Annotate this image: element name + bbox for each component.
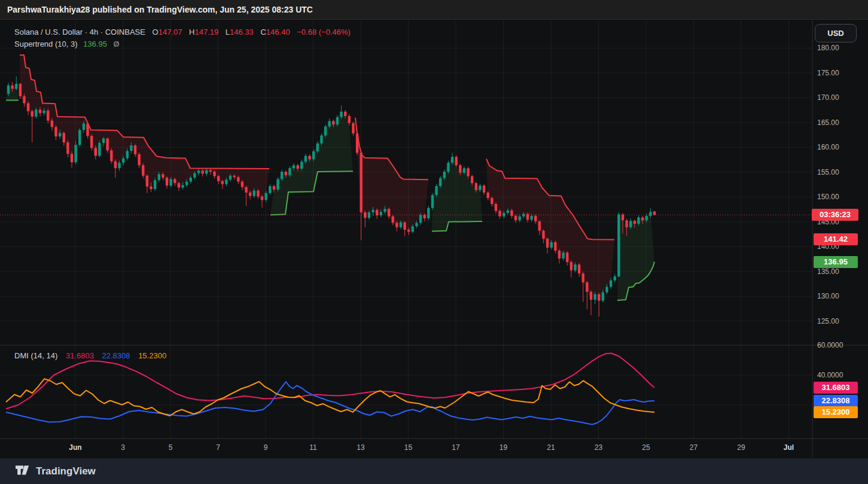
supertrend-stop-badge: 141.42: [814, 233, 858, 245]
symbol-title: Solana / U.S. Dollar · 4h · COINBASE: [14, 28, 145, 36]
supertrend-line-layer: [0, 55, 812, 300]
svg-text:175.00: 175.00: [817, 69, 839, 77]
tradingview-logo-icon[interactable]: [16, 465, 31, 477]
dmi-minusdi-value: 15.2300: [138, 351, 166, 360]
supertrend-legend: Supertrend (10, 3) 136.95 Ø: [14, 39, 120, 48]
svg-text:5: 5: [169, 443, 173, 452]
svg-text:155.00: 155.00: [817, 168, 839, 176]
close-label: C: [260, 28, 266, 36]
low-label: L: [226, 28, 230, 36]
svg-text:Jul: Jul: [784, 443, 794, 452]
svg-text:27: 27: [690, 443, 698, 452]
svg-text:19: 19: [500, 443, 508, 452]
open-value: 147.07: [159, 28, 182, 36]
svg-text:135.00: 135.00: [817, 267, 839, 276]
supertrend-value: 136.95: [83, 39, 107, 48]
header-title: ParshwaTurakhiya28 published on TradingV…: [0, 5, 313, 14]
tradingview-snapshot: ParshwaTurakhiya28 published on TradingV…: [0, 0, 868, 484]
svg-text:125.00: 125.00: [817, 317, 839, 325]
svg-text:7: 7: [216, 443, 220, 452]
svg-text:130.00: 130.00: [817, 292, 839, 300]
dmi-legend: DMI (14, 14) 31.6803 22.8308 15.2300: [14, 351, 166, 360]
svg-text:180.00: 180.00: [817, 44, 839, 52]
open-label: O: [153, 28, 159, 36]
svg-text:Jun: Jun: [69, 443, 81, 452]
svg-text:170.00: 170.00: [817, 93, 839, 102]
page-header: ParshwaTurakhiya28 published on TradingV…: [0, 0, 868, 20]
price-axis[interactable]: 180.00175.00170.00165.00160.00155.00150.…: [817, 44, 843, 409]
svg-text:3: 3: [121, 443, 125, 452]
svg-text:9: 9: [264, 443, 268, 452]
low-value: 146.33: [230, 28, 254, 36]
tradingview-brand-link[interactable]: TradingView: [36, 465, 96, 477]
high-value: 147.19: [194, 28, 218, 36]
change-value: −0.68 (−0.46%): [297, 28, 351, 36]
symbol-legend: Solana / U.S. Dollar · 4h · COINBASE O14…: [14, 28, 351, 36]
svg-text:23: 23: [595, 443, 603, 452]
svg-text:29: 29: [737, 443, 745, 452]
currency-toggle-button[interactable]: USD: [815, 24, 857, 42]
close-value: 146.40: [266, 28, 290, 36]
supertrend-value-badge: 136.95: [814, 256, 858, 268]
svg-text:13: 13: [357, 443, 365, 452]
svg-text:21: 21: [547, 443, 555, 452]
adx-badge: 31.6803: [814, 382, 858, 394]
svg-text:25: 25: [642, 443, 650, 452]
svg-text:17: 17: [452, 443, 460, 452]
svg-text:40.0000: 40.0000: [817, 371, 843, 379]
dmi-adx-value: 31.6803: [66, 351, 94, 360]
dmi-name: DMI (14, 14): [14, 351, 57, 360]
countdown-badge: 03:36:23: [812, 209, 858, 221]
time-axis[interactable]: Jun357911131517192123252729Jul: [69, 443, 794, 452]
dmi-plusdi-value: 22.8308: [102, 351, 130, 360]
svg-text:15: 15: [404, 443, 413, 452]
svg-text:150.00: 150.00: [817, 193, 839, 201]
page-footer: TradingView: [0, 458, 868, 484]
hide-indicator-icon[interactable]: Ø: [114, 39, 120, 48]
svg-text:11: 11: [309, 443, 317, 452]
minus-di-badge: 15.2300: [814, 406, 858, 418]
dmi-line-layer: [6, 354, 654, 425]
chart-svg[interactable]: 180.00175.00170.00165.00160.00155.00150.…: [0, 0, 868, 458]
supertrend-name: Supertrend (10, 3): [14, 39, 78, 48]
svg-text:160.00: 160.00: [817, 143, 839, 151]
plus-di-badge: 22.8308: [814, 395, 858, 407]
svg-text:165.00: 165.00: [817, 118, 839, 127]
supertrend-fill-layer: [6, 55, 654, 301]
